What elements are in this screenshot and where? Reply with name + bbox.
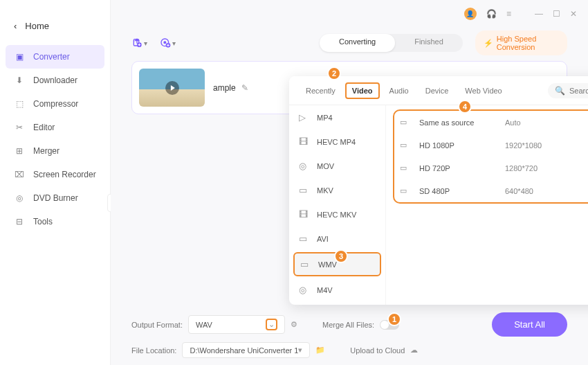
format-avi[interactable]: ▭AVI xyxy=(289,226,385,251)
sidebar-item-tools[interactable]: ⊟ Tools xyxy=(0,210,110,233)
sidebar-item-label: Merger xyxy=(33,146,59,156)
sidebar-item-compressor[interactable]: ⬚ Compressor xyxy=(0,92,110,116)
video-file-icon: ▷ xyxy=(299,112,310,123)
format-popover: Recently Video Audio Device Web Video 🔍 … xyxy=(289,76,588,305)
tools-icon: ⊟ xyxy=(14,217,25,226)
video-file-icon: 🎞 xyxy=(299,136,310,147)
open-folder-icon[interactable]: 📁 xyxy=(315,346,325,355)
chevron-down-icon: ⌄ xyxy=(266,319,277,330)
sidebar-item-label: Converter xyxy=(33,52,70,62)
titlebar: 👤 🎧 ≡ — ☐ ✕ xyxy=(111,0,588,28)
add-dvd-button[interactable]: ▾ xyxy=(160,37,176,48)
video-file-icon: ◎ xyxy=(299,285,310,295)
add-file-button[interactable]: ▾ xyxy=(131,37,147,48)
search-icon: 🔍 xyxy=(555,86,565,96)
resolution-list: ▭ Same as source Auto ✎ ▭ HD 1080P 1920*… xyxy=(386,105,588,305)
video-thumbnail[interactable] xyxy=(139,69,205,107)
output-format-value: WAV xyxy=(196,321,212,329)
tab-audio[interactable]: Audio xyxy=(383,82,416,99)
format-list: ▷MP4 🎞HEVC MP4 ◎MOV ▭MKV 🎞HEVC MKV ▭AVI … xyxy=(289,105,386,305)
resolution-same-as-source[interactable]: ▭ Same as source Auto ✎ xyxy=(394,111,588,134)
close-icon[interactable]: ✕ xyxy=(570,9,577,19)
format-hevc-mp4[interactable]: 🎞HEVC MP4 xyxy=(289,130,385,154)
search-input[interactable] xyxy=(569,87,588,95)
lightning-icon: ⚡ xyxy=(484,39,493,48)
converter-icon: ▣ xyxy=(14,52,25,62)
downloader-icon: ⬇ xyxy=(14,75,25,85)
resolution-480p[interactable]: ▭ SD 480P 640*480 ✎ xyxy=(394,179,588,202)
sidebar-item-converter[interactable]: ▣ Converter xyxy=(6,45,104,69)
resolution-icon: ▭ xyxy=(400,141,410,150)
minimize-icon[interactable]: — xyxy=(535,9,543,19)
tab-web-video[interactable]: Web Video xyxy=(458,82,508,99)
tab-device[interactable]: Device xyxy=(419,82,456,99)
output-format-label: Output Format: xyxy=(131,321,183,329)
tab-converting[interactable]: Converting xyxy=(320,34,395,52)
format-hevc-mkv[interactable]: 🎞HEVC MKV xyxy=(289,202,385,226)
sidebar-item-label: Tools xyxy=(33,217,53,226)
file-location-value: D:\Wondershare UniConverter 1 xyxy=(190,346,298,355)
sidebar-item-label: Compressor xyxy=(33,99,78,109)
editor-icon: ✂ xyxy=(14,123,25,132)
main-panel: 👤 🎧 ≡ — ☐ ✕ ▾ ▾ Converting Finished ⚡ xyxy=(111,0,588,365)
user-avatar-icon[interactable]: 👤 xyxy=(464,8,477,20)
maximize-icon[interactable]: ☐ xyxy=(553,9,560,19)
menu-icon[interactable]: ≡ xyxy=(506,9,511,19)
file-location-label: File Location: xyxy=(131,346,176,355)
tab-finished[interactable]: Finished xyxy=(395,34,463,52)
dvd-burner-icon: ◎ xyxy=(14,193,25,203)
merge-files-label: Merge All Files: xyxy=(322,321,374,329)
start-all-button[interactable]: Start All xyxy=(492,312,567,337)
upload-cloud-label: Upload to Cloud xyxy=(350,346,405,355)
video-file-icon: ◎ xyxy=(299,161,310,171)
popover-tabs: Recently Video Audio Device Web Video 🔍 xyxy=(289,76,588,105)
chevron-left-icon: ‹ xyxy=(14,21,17,31)
toolbar: ▾ ▾ Converting Finished ⚡ High Speed Con… xyxy=(111,28,588,61)
edit-name-icon[interactable]: ✎ xyxy=(241,83,248,93)
format-mp4[interactable]: ▷MP4 xyxy=(289,105,385,130)
resolution-icon: ▭ xyxy=(400,186,410,195)
svg-point-3 xyxy=(164,42,166,44)
home-label: Home xyxy=(25,21,49,31)
resolution-720p[interactable]: ▭ HD 720P 1280*720 ✎ xyxy=(394,157,588,179)
sidebar-item-label: Downloader xyxy=(33,75,77,85)
format-mov[interactable]: ◎MOV xyxy=(289,154,385,178)
resolution-icon: ▭ xyxy=(400,163,410,172)
output-format-dropdown[interactable]: WAV ⌄ xyxy=(188,315,285,334)
format-m4v[interactable]: ◎M4V xyxy=(289,278,385,302)
status-tabs: Converting Finished xyxy=(320,34,463,52)
sidebar-item-editor[interactable]: ✂ Editor xyxy=(0,116,110,139)
sidebar-item-dvd-burner[interactable]: ◎ DVD Burner xyxy=(0,186,110,210)
merger-icon: ⊞ xyxy=(14,146,25,156)
callout-3: 3 xyxy=(334,249,348,263)
sidebar-item-merger[interactable]: ⊞ Merger xyxy=(0,139,110,163)
format-search: 🔍 xyxy=(548,83,588,98)
file-location-dropdown[interactable]: D:\Wondershare UniConverter 1 ▾ xyxy=(182,342,310,358)
sidebar-item-label: Screen Recorder xyxy=(33,170,96,179)
compressor-icon: ⬚ xyxy=(14,99,25,109)
app-window: ‹ Home ▣ Converter ⬇ Downloader ⬚ Compre… xyxy=(0,0,588,365)
settings-icon[interactable]: ⚙ xyxy=(291,320,297,329)
back-home[interactable]: ‹ Home xyxy=(0,14,110,38)
video-file-icon: ▭ xyxy=(299,233,310,244)
sidebar-item-label: Editor xyxy=(33,123,55,132)
high-speed-badge[interactable]: ⚡ High Speed Conversion xyxy=(475,30,567,55)
tab-video[interactable]: Video xyxy=(345,82,380,99)
resolution-1080p[interactable]: ▭ HD 1080P 1920*1080 ✎ xyxy=(394,134,588,157)
resolution-icon: ▭ xyxy=(400,118,410,127)
sidebar-item-screen-recorder[interactable]: ⌧ Screen Recorder xyxy=(0,163,110,186)
callout-4: 4 xyxy=(458,100,472,114)
format-mkv[interactable]: ▭MKV xyxy=(289,178,385,202)
cloud-icon[interactable]: ☁ xyxy=(410,346,418,355)
chevron-down-icon: ▾ xyxy=(298,346,302,355)
tab-recently[interactable]: Recently xyxy=(299,82,342,99)
sidebar: ‹ Home ▣ Converter ⬇ Downloader ⬚ Compre… xyxy=(0,0,111,365)
sidebar-item-downloader[interactable]: ⬇ Downloader xyxy=(0,69,110,92)
footer: Output Format: WAV ⌄ ⚙ Merge All Files: … xyxy=(111,307,588,365)
support-icon[interactable]: 🎧 xyxy=(486,9,497,19)
callout-2: 2 xyxy=(327,66,341,80)
badge-label: High Speed Conversion xyxy=(497,35,559,51)
screen-recorder-icon: ⌧ xyxy=(14,170,25,179)
video-file-icon: 🎞 xyxy=(299,209,310,220)
sidebar-item-label: DVD Burner xyxy=(33,193,78,203)
